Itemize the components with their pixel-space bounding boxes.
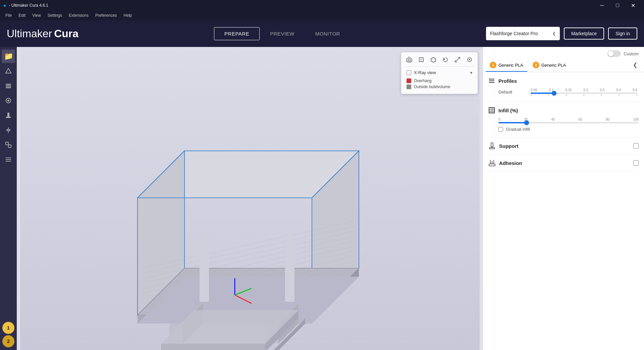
menu-item-edit[interactable]: Edit xyxy=(16,12,28,18)
xray-row: X-Ray view ▾ xyxy=(404,69,475,75)
iso-view-button[interactable] xyxy=(428,55,439,64)
rotate-button[interactable] xyxy=(440,55,451,64)
panel-collapse-button[interactable]: ❮ xyxy=(629,59,641,72)
svg-marker-10 xyxy=(9,129,11,131)
extruder-badge-1: 1 xyxy=(490,62,496,68)
infill-slider-track[interactable] xyxy=(498,122,639,123)
custom-toggle[interactable] xyxy=(607,50,621,57)
menu-item-help[interactable]: Help xyxy=(121,12,135,18)
svg-marker-0 xyxy=(6,68,11,73)
sidebar-item-shapes[interactable] xyxy=(2,64,15,78)
profile-default-row: Default 0.06 0.1 0.15 0.2 0.3 0.4 0.6 xyxy=(488,88,639,96)
tab-prepare[interactable]: PREPARE xyxy=(214,27,260,40)
sidebar-item-mirror[interactable] xyxy=(2,123,15,137)
scale-button[interactable] xyxy=(452,55,463,64)
layer-ticks: 0.06 0.1 0.15 0.2 0.3 0.4 0.6 xyxy=(529,88,639,92)
layer-height-slider[interactable]: 0.06 0.1 0.15 0.2 0.3 0.4 0.6 xyxy=(529,88,639,96)
right-panel: Custom 1 Generic PLA 2 Generic PLA ❮ xyxy=(483,47,644,350)
xray-chevron-icon[interactable]: ▾ xyxy=(470,70,472,75)
menu-item-settings[interactable]: Settings xyxy=(45,12,65,18)
nav-tabs: PREPARE PREVIEW MONITOR xyxy=(214,27,351,40)
sidebar-item-settings[interactable] xyxy=(2,153,15,166)
custom-row: Custom xyxy=(483,47,644,59)
printer-selector[interactable]: Flashforge Creator Pro ❮ xyxy=(486,27,560,40)
adhesion-checkbox[interactable] xyxy=(633,160,639,166)
infill-slider-row: 0 20 40 60 80 100 xyxy=(488,118,639,123)
viewport-toolbar: X-Ray view ▾ Overhang Outside buildvolum… xyxy=(401,52,478,94)
adhesion-icon xyxy=(488,159,496,167)
infill-slider-fill xyxy=(498,122,527,123)
app-title: - Ultimaker Cura 4.6.1 xyxy=(9,3,48,8)
svg-marker-67 xyxy=(408,58,411,61)
xray-checkbox[interactable] xyxy=(407,70,411,75)
buildvolume-legend: Outside buildvolume xyxy=(407,84,472,90)
svg-rect-12 xyxy=(8,145,11,148)
support-checkbox[interactable] xyxy=(633,143,639,149)
svg-point-78 xyxy=(469,59,470,60)
adhesion-section: Adhesion xyxy=(488,155,639,172)
infill-slider-thumb[interactable] xyxy=(524,120,529,125)
svg-line-72 xyxy=(455,57,460,62)
gradual-infill-checkbox[interactable] xyxy=(498,127,503,132)
svg-rect-83 xyxy=(489,108,494,113)
profiles-icon xyxy=(488,77,495,84)
menu-item-view[interactable]: View xyxy=(30,12,44,18)
menu-item-preferences[interactable]: Preferences xyxy=(93,12,120,18)
sidebar-item-scale[interactable] xyxy=(2,94,15,107)
sidebar-item-layers[interactable] xyxy=(2,79,15,93)
sidebar-item-open[interactable]: 📁 xyxy=(2,50,15,63)
svg-rect-56 xyxy=(200,235,209,302)
default-profile-label: Default xyxy=(498,90,525,95)
logo-cura: Cura xyxy=(54,27,78,40)
marketplace-button[interactable]: Marketplace xyxy=(564,27,604,40)
close-button[interactable]: ✕ xyxy=(625,0,641,11)
main-content: 📁 xyxy=(0,47,644,350)
extruder-badge-2: 2 xyxy=(533,62,539,68)
minimize-button[interactable]: ─ xyxy=(594,0,610,11)
menu-item-file[interactable]: File xyxy=(3,12,14,18)
printer-dropdown-icon: ❮ xyxy=(552,31,556,36)
extruder-tab-2[interactable]: 2 Generic PLA xyxy=(529,59,628,72)
svg-rect-89 xyxy=(489,148,495,149)
infill-tick-labels: 0 20 40 60 80 100 xyxy=(498,118,639,121)
svg-rect-57 xyxy=(285,235,294,302)
menu-item-extensions[interactable]: Extensions xyxy=(66,12,91,18)
profiles-section: Profiles Default 0.06 0.1 0.15 0.2 0.3 0… xyxy=(488,72,639,102)
svg-marker-9 xyxy=(6,129,8,131)
svg-rect-6 xyxy=(7,113,9,117)
maximize-button[interactable]: □ xyxy=(610,0,625,11)
header: Ultimaker Cura PREPARE PREVIEW MONITOR F… xyxy=(0,20,644,47)
svg-rect-3 xyxy=(6,87,11,88)
settings-body: Profiles Default 0.06 0.1 0.15 0.2 0.3 0… xyxy=(483,72,644,350)
perspective-view-button[interactable] xyxy=(404,55,415,64)
slider-dots xyxy=(529,95,639,96)
infill-title: Infill (%) xyxy=(498,108,518,113)
titlebar: ● - Ultimaker Cura 4.6.1 ─ □ ✕ xyxy=(0,0,644,11)
extruder-2-material: Generic PLA xyxy=(541,63,566,68)
front-view-button[interactable] xyxy=(416,55,427,64)
svg-rect-82 xyxy=(489,78,490,80)
extruder-badge-1[interactable]: 1 xyxy=(2,322,14,334)
logo-ultimaker: Ultimaker xyxy=(7,27,52,40)
svg-point-5 xyxy=(7,100,9,102)
sidebar-item-support[interactable] xyxy=(2,109,15,122)
toolbar-divider xyxy=(404,66,475,67)
tab-monitor[interactable]: MONITOR xyxy=(305,27,351,40)
view-buttons-row xyxy=(404,55,475,64)
svg-marker-70 xyxy=(431,57,436,62)
settings-button[interactable] xyxy=(464,55,475,64)
buildvolume-color-swatch xyxy=(407,84,411,89)
tab-preview[interactable]: PREVIEW xyxy=(260,27,305,40)
svg-rect-11 xyxy=(6,142,8,145)
custom-toggle-knob xyxy=(608,51,613,56)
svg-marker-71 xyxy=(443,58,445,60)
viewport[interactable]: X-Ray view ▾ Overhang Outside buildvolum… xyxy=(17,47,483,350)
layer-slider-thumb[interactable] xyxy=(552,91,556,96)
signin-button[interactable]: Sign in xyxy=(608,27,637,40)
support-title: Support xyxy=(499,143,630,149)
legend-rows: Overhang Outside buildvolume xyxy=(404,76,475,91)
extruder-badge-2[interactable]: 2 xyxy=(2,335,14,347)
extruder-tab-1[interactable]: 1 Generic PLA xyxy=(486,59,527,72)
sidebar-item-per-model[interactable] xyxy=(2,138,15,152)
profiles-title: Profiles xyxy=(498,78,517,84)
